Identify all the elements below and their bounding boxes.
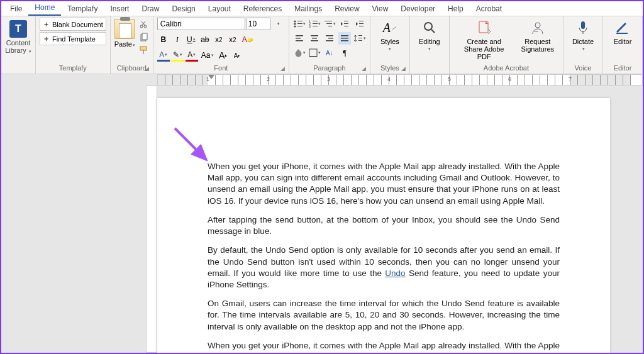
svg-rect-22: [359, 23, 364, 24]
cut-icon[interactable]: [139, 20, 149, 30]
grow-font-button[interactable]: A▴: [217, 49, 230, 62]
svg-rect-21: [359, 21, 364, 21]
blank-document-button[interactable]: ＋Blank Document: [40, 18, 106, 31]
create-share-pdf-label: Create and Share Adobe PDF: [457, 38, 511, 60]
svg-rect-10: [313, 21, 318, 21]
dialog-launcher-icon[interactable]: ◢: [145, 65, 149, 72]
svg-rect-29: [311, 40, 318, 41]
shading-button[interactable]: ▾: [293, 47, 306, 59]
content-library-button[interactable]: T Content Library ▾: [3, 18, 34, 54]
paragraph-text[interactable]: On Gmail, users can increase the time in…: [208, 298, 560, 333]
dialog-launcher-icon[interactable]: ◢: [362, 65, 366, 72]
multilevel-list-button[interactable]: ▾: [323, 18, 336, 30]
paragraph-text[interactable]: When you get your iPhone, it comes with …: [208, 340, 560, 354]
subscript-button[interactable]: x2: [213, 33, 225, 46]
font-size-select[interactable]: [247, 18, 270, 30]
create-share-pdf-button[interactable]: Create and Share Adobe PDF: [453, 18, 515, 62]
undo-link[interactable]: Undo: [385, 268, 405, 278]
numbering-button[interactable]: 123▾: [308, 18, 321, 30]
svg-rect-45: [616, 33, 628, 34]
line-spacing-button[interactable]: ▾: [353, 32, 366, 45]
paragraph-text[interactable]: After tapping the send button, at the bo…: [208, 214, 560, 237]
change-case-button[interactable]: Aa▾: [199, 49, 216, 62]
ruler-num: 5: [448, 76, 451, 82]
document-page[interactable]: When you get your iPhone, it comes with …: [157, 98, 610, 353]
editing-label: Editing: [419, 38, 440, 45]
dialog-launcher-icon[interactable]: ◢: [401, 65, 406, 72]
underline-button[interactable]: U▾: [185, 33, 197, 46]
borders-button[interactable]: ▾: [308, 47, 321, 59]
editor-button[interactable]: Editor: [607, 18, 638, 47]
tab-file[interactable]: File: [4, 2, 28, 16]
tab-references[interactable]: References: [237, 2, 288, 16]
strikethrough-button[interactable]: ab: [199, 33, 211, 46]
decrease-indent-button[interactable]: [338, 18, 351, 30]
tab-draw[interactable]: Draw: [135, 2, 165, 16]
tab-insert[interactable]: Insert: [104, 2, 135, 16]
vertical-ruler[interactable]: [146, 86, 157, 353]
horizontal-ruler[interactable]: 1 2 3 4 5 6 7: [157, 74, 643, 86]
sort-button[interactable]: A↓: [323, 47, 336, 59]
chevron-down-icon: ▾: [582, 47, 585, 52]
tab-mailings[interactable]: Mailings: [288, 2, 328, 16]
svg-rect-36: [358, 35, 362, 36]
tab-review[interactable]: Review: [328, 2, 365, 16]
svg-rect-33: [341, 35, 348, 36]
align-left-button[interactable]: [293, 32, 306, 45]
superscript-button[interactable]: x2: [226, 33, 239, 46]
italic-button[interactable]: I: [171, 33, 184, 46]
tab-acrobat[interactable]: Acrobat: [470, 2, 508, 16]
font-group-label: Font: [214, 64, 228, 72]
paragraph-group-label: Paragraph: [313, 64, 345, 72]
chevron-down-icon: ▾: [428, 47, 431, 52]
highlight-button[interactable]: ✎▾: [171, 49, 184, 62]
show-marks-button[interactable]: ¶: [338, 47, 351, 59]
justify-button[interactable]: [338, 32, 351, 45]
ruler-num: 6: [508, 76, 511, 82]
svg-rect-34: [341, 38, 348, 39]
format-painter-icon[interactable]: [139, 45, 149, 55]
chevron-down-icon[interactable]: ▾: [272, 18, 285, 30]
font-color-button[interactable]: A▾: [186, 49, 198, 62]
svg-rect-35: [341, 40, 348, 41]
copy-icon[interactable]: [139, 33, 149, 43]
font-name-select[interactable]: [157, 18, 245, 30]
svg-point-41: [425, 23, 432, 30]
find-template-button[interactable]: ＋Find Template: [40, 32, 106, 45]
bold-button[interactable]: B: [157, 33, 170, 46]
tab-view[interactable]: View: [366, 2, 395, 16]
acrobat-group-label: Adobe Acrobat: [453, 64, 559, 73]
align-right-button[interactable]: [323, 32, 336, 45]
styles-button[interactable]: A⟋ Styles ▾: [374, 18, 406, 53]
align-center-button[interactable]: [308, 32, 321, 45]
text-effects-button[interactable]: A▾: [157, 49, 170, 62]
paragraph-text[interactable]: When you get your iPhone, it comes with …: [208, 161, 560, 207]
find-template-label: Find Template: [52, 35, 96, 43]
increase-indent-button[interactable]: [353, 18, 366, 30]
tab-templafy[interactable]: Templafy: [61, 2, 104, 16]
tab-home[interactable]: Home: [28, 1, 61, 16]
ribbon-tabs: File Home Templafy Insert Draw Design La…: [1, 1, 643, 16]
shrink-font-button[interactable]: A▾: [231, 49, 243, 62]
clear-formatting-button[interactable]: A🧽: [240, 33, 255, 46]
ruler-num: 2: [267, 76, 270, 82]
dialog-launcher-icon[interactable]: ◢: [280, 65, 285, 72]
tab-design[interactable]: Design: [165, 2, 201, 16]
dictate-button[interactable]: Dictate ▾: [567, 18, 599, 53]
svg-rect-2: [140, 47, 147, 50]
svg-rect-19: [344, 23, 348, 24]
tab-developer[interactable]: Developer: [394, 2, 441, 16]
svg-rect-32: [326, 40, 333, 41]
request-signatures-label: Request Signatures: [519, 38, 555, 53]
svg-rect-26: [296, 40, 303, 41]
editing-button[interactable]: Editing ▾: [414, 18, 445, 53]
paste-button[interactable]: Paste▾: [114, 18, 135, 48]
tab-help[interactable]: Help: [441, 2, 470, 16]
bullets-button[interactable]: ▾: [293, 18, 306, 30]
paragraph-text[interactable]: By default, the Undo Send option is only…: [208, 245, 560, 290]
microphone-icon: [574, 19, 592, 36]
tab-layout[interactable]: Layout: [202, 2, 237, 16]
request-signatures-button[interactable]: Request Signatures: [516, 18, 559, 54]
ribbon: T Content Library ▾ ＋Blank Document ＋Fin…: [1, 16, 643, 74]
plus-icon: ＋: [43, 19, 50, 29]
